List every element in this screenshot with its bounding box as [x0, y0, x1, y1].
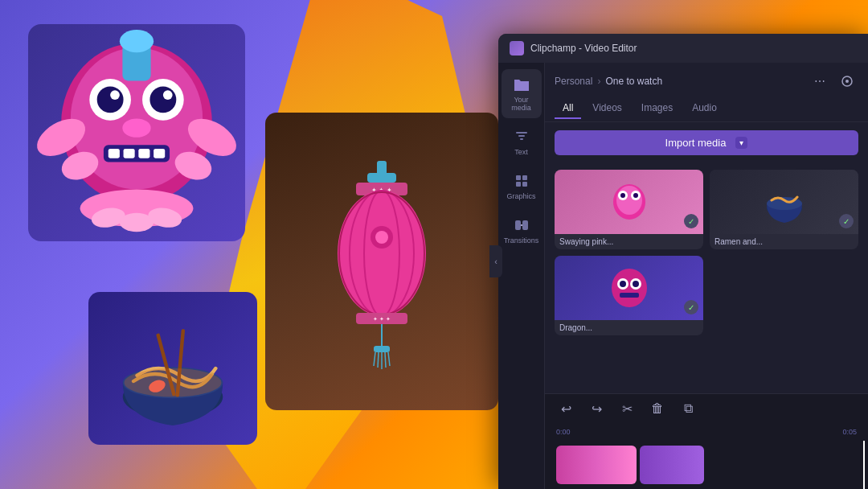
svg-rect-10 — [108, 149, 120, 158]
clipchamp-window: Clipchamp - Video Editor Your media — [498, 34, 868, 489]
import-row: Import media ▾ — [545, 122, 868, 163]
svg-rect-49 — [516, 132, 527, 134]
media-item-2[interactable]: ✓ Ramen and... — [710, 170, 858, 249]
media-name-1: Swaying pink... — [555, 234, 703, 249]
clip-1[interactable] — [556, 446, 637, 484]
check-badge-1: ✓ — [684, 214, 698, 228]
check-badge-2: ✓ — [839, 214, 854, 228]
svg-point-8 — [122, 118, 150, 137]
timeline-track — [545, 441, 868, 489]
media-item-3[interactable]: ✓ Dragon... — [555, 256, 703, 335]
svg-point-7 — [163, 90, 173, 100]
svg-rect-51 — [520, 138, 523, 140]
main-panel: Personal › One to watch ⋯ — [545, 63, 868, 489]
timeline-ruler: 0:00 0:05 — [545, 423, 868, 441]
import-chevron-icon: ▾ — [735, 137, 747, 149]
svg-rect-31 — [377, 161, 387, 177]
header-actions: ⋯ — [809, 70, 858, 92]
app-icon — [510, 41, 524, 55]
svg-point-29 — [125, 368, 222, 397]
left-sidebar: Your media Text — [498, 63, 545, 489]
svg-rect-55 — [522, 182, 527, 187]
tab-all[interactable]: All — [555, 97, 581, 118]
undo-button[interactable]: ↩ — [556, 399, 575, 418]
svg-rect-12 — [138, 149, 149, 158]
svg-rect-57 — [522, 220, 528, 230]
card-lantern: ✦ ✦ ✦ ✦ ✦ ✦ — [265, 113, 498, 410]
svg-point-72 — [620, 281, 626, 287]
svg-point-60 — [845, 80, 849, 83]
svg-point-5 — [149, 86, 176, 113]
svg-rect-50 — [518, 135, 525, 137]
check-badge-3: ✓ — [684, 300, 698, 314]
svg-line-45 — [378, 352, 379, 368]
svg-rect-11 — [124, 149, 135, 158]
svg-rect-53 — [522, 175, 527, 180]
titlebar: Clipchamp - Video Editor — [498, 34, 868, 63]
delete-button[interactable]: 🗑 — [648, 399, 667, 418]
window-body: Your media Text — [498, 63, 868, 489]
svg-line-44 — [374, 352, 375, 366]
tab-videos[interactable]: Videos — [584, 97, 629, 118]
svg-point-69 — [612, 269, 647, 307]
svg-text:✦ ✦ ✦: ✦ ✦ ✦ — [373, 316, 391, 322]
svg-rect-54 — [516, 182, 521, 187]
card-dragon — [28, 24, 245, 241]
svg-point-65 — [620, 193, 625, 198]
tab-bar: All Videos Images Audio — [545, 93, 868, 122]
svg-point-62 — [616, 186, 642, 215]
preview-area: ✦ ✦ ✦ ✦ ✦ ✦ — [0, 0, 482, 489]
svg-point-73 — [633, 281, 639, 287]
svg-point-66 — [633, 193, 638, 198]
text-icon — [513, 128, 530, 146]
redo-button[interactable]: ↪ — [587, 399, 606, 418]
media-thumb-3 — [555, 256, 703, 320]
breadcrumb-separator: › — [597, 76, 600, 87]
tab-images[interactable]: Images — [633, 97, 681, 118]
import-media-button[interactable]: Import media ▾ — [555, 130, 858, 155]
transitions-icon — [513, 216, 530, 234]
timeline: ↩ ↪ ✂ 🗑 ⧉ 0:00 0:05 — [545, 393, 868, 489]
timeline-toolbar: ↩ ↪ ✂ 🗑 ⧉ — [545, 394, 868, 423]
svg-rect-52 — [516, 175, 521, 180]
svg-point-19 — [120, 30, 154, 52]
graphics-icon — [513, 172, 530, 190]
svg-point-6 — [110, 90, 120, 100]
sidebar-label-graphics: Graphics — [506, 192, 535, 200]
playhead[interactable] — [863, 441, 865, 489]
ruler-end: 0:05 — [842, 428, 857, 436]
sidebar-item-graphics[interactable]: Graphics — [502, 166, 542, 207]
copy-button[interactable]: ⧉ — [678, 399, 698, 418]
settings-button[interactable] — [836, 70, 858, 92]
sidebar-item-transitions[interactable]: Transitions — [502, 210, 542, 251]
ruler-start: 0:00 — [556, 428, 571, 436]
panel-header: Personal › One to watch ⋯ — [545, 63, 868, 93]
tab-audio[interactable]: Audio — [684, 97, 725, 118]
clip-2[interactable] — [640, 446, 704, 484]
svg-rect-56 — [515, 220, 521, 230]
media-name-2: Ramen and... — [710, 234, 858, 249]
breadcrumb-parent: Personal — [555, 76, 592, 87]
media-thumb-2 — [710, 170, 858, 234]
media-thumb-1 — [555, 170, 703, 234]
breadcrumb: Personal › One to watch — [555, 76, 662, 87]
svg-point-34 — [338, 191, 426, 316]
svg-line-47 — [385, 352, 386, 368]
svg-rect-13 — [154, 149, 165, 158]
sidebar-item-text[interactable]: Text — [502, 121, 542, 162]
sidebar-item-your-media[interactable]: Your media — [502, 69, 542, 118]
card-ramen — [88, 292, 257, 445]
sidebar-label-text: Text — [514, 148, 528, 156]
media-item-1[interactable]: ✓ Swaying pink... — [555, 170, 703, 249]
media-name-3: Dragon... — [555, 320, 703, 335]
svg-rect-43 — [374, 346, 390, 352]
svg-rect-74 — [620, 293, 639, 298]
window-title: Clipchamp - Video Editor — [530, 43, 637, 54]
collapse-panel-button[interactable]: ‹ — [489, 245, 502, 277]
svg-line-48 — [388, 352, 390, 366]
svg-point-39 — [375, 231, 388, 244]
more-options-button[interactable]: ⋯ — [809, 70, 831, 92]
cut-button[interactable]: ✂ — [617, 399, 637, 418]
sidebar-label-your-media: Your media — [505, 96, 538, 112]
breadcrumb-current: One to watch — [605, 76, 662, 87]
